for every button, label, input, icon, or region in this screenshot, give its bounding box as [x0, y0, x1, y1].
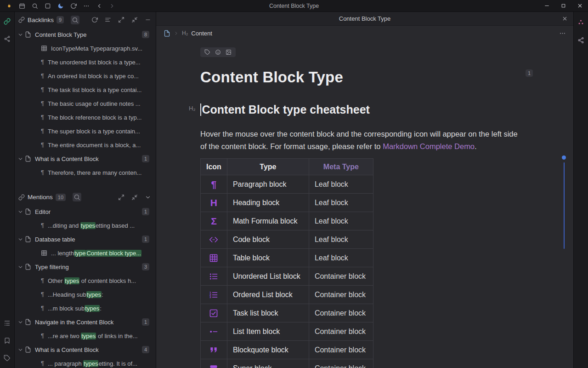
- chevron-down-icon[interactable]: [17, 347, 23, 353]
- more-menu-icon[interactable]: [80, 0, 93, 12]
- mention-doc-row[interactable]: Database table1: [15, 232, 156, 246]
- global-search-icon[interactable]: [28, 0, 41, 12]
- window-minimize-button[interactable]: [538, 0, 555, 12]
- search-icon[interactable]: [73, 193, 81, 201]
- backlink-item-row[interactable]: ¶An ordered list block is a type co...: [15, 69, 156, 83]
- mention-doc-row[interactable]: Navigate in the Content Block1: [15, 315, 156, 329]
- type-cell[interactable]: List Item block: [227, 322, 309, 341]
- bookmark-dock-icon[interactable]: [2, 335, 13, 346]
- tab-title[interactable]: Content Block Type: [339, 15, 391, 22]
- chevron-down-icon[interactable]: [17, 319, 23, 325]
- mention-item-row[interactable]: ¶... paragraph typesetting. It is of...: [15, 356, 156, 368]
- nav-forward-icon[interactable]: [106, 0, 119, 12]
- meta-cell[interactable]: Container block: [309, 341, 373, 359]
- type-cell[interactable]: Task list block: [227, 304, 309, 322]
- mention-doc-row[interactable]: What is a Content Block4: [15, 343, 156, 356]
- chevron-down-icon[interactable]: [17, 264, 23, 270]
- backlink-doc-row[interactable]: What is a Content Block1: [15, 152, 156, 166]
- window-close-button[interactable]: [571, 0, 588, 12]
- backlink-item-row[interactable]: ¶The task list block is a type contai...: [15, 83, 156, 97]
- meta-cell[interactable]: Leaf block: [309, 230, 373, 249]
- more-options-icon[interactable]: [559, 30, 566, 37]
- min-panel-icon[interactable]: [145, 17, 151, 23]
- outline-dock-icon[interactable]: [2, 317, 13, 328]
- heading-gutter-label[interactable]: H₂: [189, 105, 195, 112]
- table-icon: [41, 250, 47, 256]
- backlink-item-row[interactable]: ¶The unordered list block is a type...: [15, 55, 156, 69]
- ref-count-badge[interactable]: 1: [526, 69, 533, 77]
- mention-doc-row[interactable]: Type filtering3: [15, 260, 156, 274]
- tag-dock-icon[interactable]: [2, 352, 13, 363]
- emoji-icon[interactable]: [215, 49, 221, 55]
- plugin-icon-2[interactable]: [576, 34, 587, 46]
- daily-note-icon[interactable]: [16, 0, 28, 12]
- mention-item-row[interactable]: ¶...m block subtypes:: [15, 301, 156, 315]
- type-cell[interactable]: Unordered List block: [227, 267, 309, 286]
- mention-item-row[interactable]: ¶...re are two types of links in the...: [15, 329, 156, 343]
- backlink-item-row[interactable]: ¶The super block is a type contain...: [15, 124, 156, 138]
- section-heading[interactable]: Content Block type cheatsheet: [202, 103, 370, 116]
- mention-item-row[interactable]: ¶...diting and typesetting based ...: [15, 218, 156, 232]
- layout-icon[interactable]: [105, 17, 111, 23]
- backlinks-header: Backlinks 9: [15, 12, 156, 28]
- tag-icon[interactable]: [204, 49, 210, 55]
- search-icon[interactable]: [71, 16, 79, 24]
- meta-cell[interactable]: Leaf block: [309, 249, 373, 267]
- type-cell[interactable]: Ordered List block: [227, 286, 309, 304]
- sync-icon[interactable]: [67, 0, 80, 12]
- mention-doc-row[interactable]: Editor1: [15, 205, 156, 218]
- backlinks-dock-icon[interactable]: [2, 16, 13, 27]
- backlink-item-row[interactable]: ¶The entire document is a block, a...: [15, 138, 156, 152]
- chevron-down-icon[interactable]: [145, 194, 151, 201]
- plugin-icon-1[interactable]: [576, 17, 587, 28]
- flashcard-icon[interactable]: [41, 0, 54, 12]
- meta-cell[interactable]: Container block: [309, 304, 373, 322]
- app-logo-icon[interactable]: [3, 0, 16, 12]
- refresh-icon[interactable]: [91, 17, 98, 23]
- type-cell[interactable]: Heading block: [227, 194, 309, 212]
- meta-cell[interactable]: Leaf block: [309, 212, 373, 230]
- backlink-item-row[interactable]: ¶Therefore, there are many conten...: [15, 166, 156, 179]
- meta-cell[interactable]: Container block: [309, 359, 373, 368]
- meta-cell[interactable]: Container block: [309, 286, 373, 304]
- expand-icon[interactable]: [118, 17, 124, 23]
- blockquote-icon: [201, 341, 227, 359]
- tab-close-icon[interactable]: [562, 16, 568, 22]
- type-cell[interactable]: Paragraph block: [227, 175, 309, 194]
- breadcrumb-heading-item[interactable]: Content: [191, 30, 212, 37]
- chevron-down-icon[interactable]: [17, 156, 23, 162]
- document-icon[interactable]: [164, 30, 170, 37]
- backlink-doc-row[interactable]: Content Block Type8: [15, 28, 156, 41]
- collapse-icon[interactable]: [131, 17, 138, 23]
- type-cell[interactable]: Super block: [227, 359, 309, 368]
- type-cell[interactable]: Code block: [227, 230, 309, 249]
- backlink-item-row[interactable]: ¶The block reference block is a typ...: [15, 110, 156, 124]
- meta-cell[interactable]: Leaf block: [309, 194, 373, 212]
- markdown-demo-link[interactable]: Markdown Complete Demo: [383, 142, 475, 150]
- window-maximize-button[interactable]: [555, 0, 571, 12]
- scroll-indicator-dot[interactable]: [562, 155, 566, 160]
- collapse-icon[interactable]: [131, 194, 138, 201]
- type-cell[interactable]: Math Formula block: [227, 212, 309, 230]
- chevron-down-icon[interactable]: [17, 236, 23, 242]
- chevron-down-icon[interactable]: [17, 32, 23, 38]
- backlink-item-row[interactable]: IconTypeMeta Typeparagraph.sv...: [15, 41, 156, 55]
- scrollbar[interactable]: [564, 162, 565, 249]
- chevron-down-icon[interactable]: [17, 209, 23, 215]
- expand-icon[interactable]: [118, 194, 124, 201]
- meta-cell[interactable]: Leaf block: [309, 175, 373, 194]
- type-cell[interactable]: Table block: [227, 249, 309, 267]
- backlink-item-row[interactable]: ¶The basic usage of outline notes ...: [15, 97, 156, 110]
- mention-item-row[interactable]: ... lengthtypeContent block type...: [15, 246, 156, 260]
- mention-item-row[interactable]: ¶Other types of content blocks h...: [15, 274, 156, 288]
- paragraph-block[interactable]: Hover the mouse over the content block a…: [200, 128, 525, 153]
- theme-mode-icon[interactable]: [54, 0, 67, 12]
- mention-item-row[interactable]: ¶...Heading subtypes:: [15, 288, 156, 301]
- type-cell[interactable]: Blockquote block: [227, 341, 309, 359]
- doc-title[interactable]: Content Block Type: [200, 67, 573, 87]
- meta-cell[interactable]: Container block: [309, 322, 373, 341]
- image-icon[interactable]: [226, 49, 232, 55]
- graph-dock-icon[interactable]: [2, 33, 13, 44]
- nav-back-icon[interactable]: [93, 0, 106, 12]
- meta-cell[interactable]: Container block: [309, 267, 373, 286]
